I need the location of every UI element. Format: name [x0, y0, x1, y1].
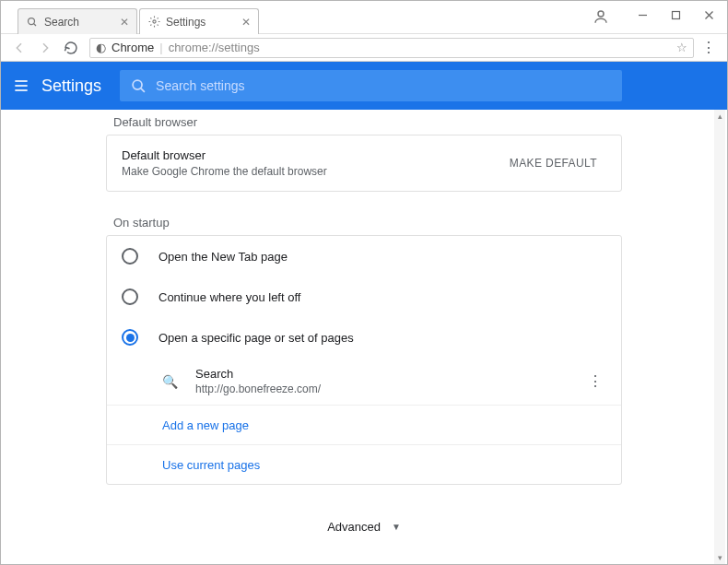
omnibox[interactable]: ◐ Chrome | chrome://settings ☆ — [89, 38, 694, 58]
address-bar: ◐ Chrome | chrome://settings ☆ ⋮ — [1, 34, 727, 62]
svg-point-2 — [152, 20, 155, 23]
close-icon[interactable]: ✕ — [236, 16, 251, 29]
omnibox-url-origin: chrome:// — [169, 41, 218, 54]
use-current-pages-link[interactable]: Use current pages — [162, 458, 260, 472]
default-browser-subtitle: Make Google Chrome the default browser — [122, 165, 327, 178]
search-icon — [26, 16, 39, 29]
default-browser-title: Default browser — [122, 148, 327, 162]
settings-search[interactable] — [120, 70, 622, 101]
close-button[interactable] — [692, 3, 725, 27]
on-startup-card: Open the New Tab page Continue where you… — [106, 235, 622, 485]
svg-line-12 — [141, 88, 145, 91]
chevron-down-icon: ▼ — [392, 522, 401, 532]
startup-page-name: Search — [195, 367, 584, 381]
tab-search[interactable]: Search ✕ — [18, 8, 137, 34]
search-icon — [131, 78, 147, 94]
add-new-page-link[interactable]: Add a new page — [162, 418, 249, 432]
use-current-row: Use current pages — [107, 444, 621, 484]
add-page-row: Add a new page — [107, 405, 621, 444]
radio-label: Open the New Tab page — [159, 250, 288, 264]
advanced-label: Advanced — [327, 520, 381, 534]
scroll-down-icon[interactable]: ▾ — [718, 553, 722, 562]
chrome-icon: ◐ — [96, 41, 106, 54]
page-title: Settings — [41, 77, 101, 96]
tab-label: Settings — [166, 16, 205, 29]
settings-search-input[interactable] — [156, 78, 611, 93]
radio-label: Open a specific page or set of pages — [159, 331, 354, 345]
page-actions-button[interactable]: ⋮ — [584, 372, 606, 390]
omnibox-scheme: Chrome — [112, 41, 154, 54]
forward-button[interactable] — [34, 37, 56, 59]
radio-button[interactable] — [122, 248, 138, 265]
scrollbar[interactable]: ▴ ▾ — [714, 110, 725, 564]
settings-content: ▴ ▾ Default browser Default browser Make… — [1, 110, 727, 564]
window-controls — [626, 3, 725, 29]
close-icon[interactable]: ✕ — [114, 16, 129, 29]
svg-point-0 — [29, 18, 35, 24]
scroll-up-icon[interactable]: ▴ — [718, 112, 722, 121]
tab-strip: Search ✕ Settings ✕ — [18, 8, 261, 34]
radio-label: Continue where you left off — [159, 290, 300, 304]
advanced-toggle[interactable]: Advanced ▼ — [106, 503, 622, 550]
maximize-button[interactable] — [659, 3, 692, 27]
startup-page-url: http://go.bonefreeze.com/ — [195, 383, 584, 395]
svg-rect-5 — [672, 11, 679, 18]
startup-option-continue[interactable]: Continue where you left off — [107, 277, 621, 317]
settings-header: Settings — [1, 62, 727, 110]
magnifier-icon: 🔍 — [162, 374, 177, 389]
radio-button-checked[interactable] — [122, 329, 138, 346]
browser-window: Search ✕ Settings ✕ — [0, 0, 728, 565]
section-heading-default-browser: Default browser — [106, 110, 622, 135]
bookmark-star-icon[interactable]: ☆ — [676, 41, 687, 54]
startup-option-newtab[interactable]: Open the New Tab page — [107, 236, 621, 277]
svg-point-11 — [133, 80, 142, 89]
startup-option-specific[interactable]: Open a specific page or set of pages — [107, 317, 621, 358]
gear-icon — [147, 16, 160, 29]
chrome-menu-button[interactable]: ⋮ — [698, 39, 720, 56]
startup-page-row: 🔍 Search http://go.bonefreeze.com/ ⋮ — [107, 358, 621, 405]
tab-label: Search — [44, 16, 79, 29]
reload-button[interactable] — [60, 37, 82, 59]
default-browser-card: Default browser Make Google Chrome the d… — [106, 135, 622, 192]
back-button[interactable] — [8, 37, 30, 59]
radio-button[interactable] — [122, 288, 138, 305]
section-heading-on-startup: On startup — [106, 210, 622, 235]
omnibox-url-path: settings — [218, 41, 260, 54]
svg-point-3 — [598, 11, 604, 17]
minimize-button[interactable] — [626, 3, 659, 27]
profile-icon[interactable] — [593, 8, 611, 27]
svg-line-1 — [34, 23, 37, 26]
menu-icon[interactable] — [12, 77, 30, 95]
tab-settings[interactable]: Settings ✕ — [139, 8, 259, 34]
titlebar: Search ✕ Settings ✕ — [1, 1, 727, 34]
make-default-button[interactable]: MAKE DEFAULT — [500, 151, 606, 175]
